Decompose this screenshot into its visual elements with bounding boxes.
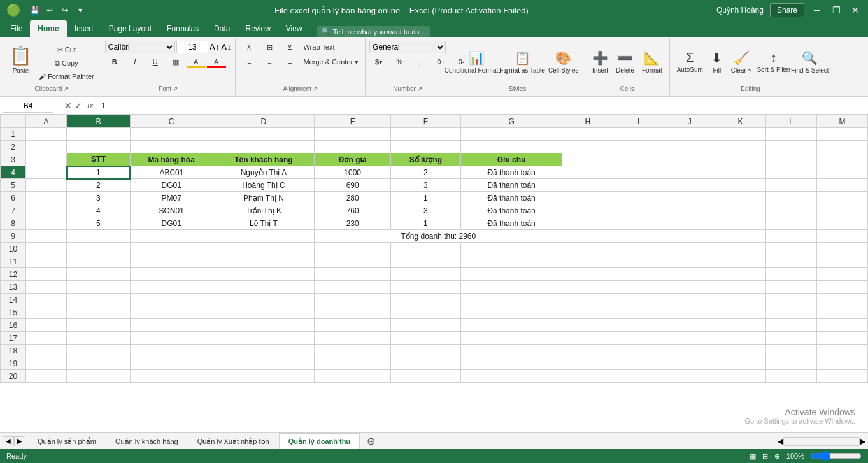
bold-button[interactable]: B <box>105 55 124 68</box>
table-cell[interactable] <box>391 268 461 281</box>
restore-button[interactable]: ❐ <box>830 4 843 17</box>
table-cell[interactable] <box>130 332 213 345</box>
table-cell[interactable]: 1 <box>391 217 461 230</box>
table-cell[interactable] <box>664 217 715 230</box>
table-cell[interactable] <box>130 370 213 383</box>
cell-styles-button[interactable]: 🎨 Cell Styles <box>546 43 581 81</box>
table-cell[interactable] <box>664 255 715 268</box>
border-button[interactable]: ▦ <box>166 55 185 68</box>
paste-button[interactable]: 📋 Paste <box>6 41 35 79</box>
wrap-text-button[interactable]: Wrap Text <box>301 41 337 53</box>
table-cell[interactable] <box>213 281 315 294</box>
table-cell[interactable] <box>460 357 562 370</box>
table-cell[interactable] <box>315 345 391 357</box>
insert-button[interactable]: ➕ Insert <box>589 43 611 81</box>
table-cell[interactable] <box>817 217 868 230</box>
table-cell[interactable]: Ghi chú <box>460 153 562 166</box>
cell-reference-box[interactable]: B4 <box>3 99 53 113</box>
minimize-button[interactable]: ─ <box>811 4 823 17</box>
table-cell[interactable] <box>315 128 391 141</box>
share-button[interactable]: Share <box>770 3 804 17</box>
table-cell[interactable] <box>715 217 766 230</box>
percent-button[interactable]: % <box>390 55 409 68</box>
tab-formulas[interactable]: Formulas <box>159 20 206 37</box>
table-cell[interactable] <box>315 268 391 281</box>
col-header-I[interactable]: I <box>613 115 664 128</box>
table-cell[interactable] <box>213 141 315 153</box>
table-cell[interactable] <box>613 179 664 192</box>
conditional-formatting-button[interactable]: 📊 Conditional Formatting <box>454 43 499 81</box>
table-cell[interactable] <box>766 217 817 230</box>
table-cell[interactable]: Phạm Thị N <box>213 192 315 204</box>
tab-home[interactable]: Home <box>30 20 66 37</box>
table-cell[interactable] <box>562 230 613 243</box>
col-header-F[interactable]: F <box>391 115 461 128</box>
table-cell[interactable] <box>613 230 664 243</box>
table-cell[interactable] <box>315 306 391 319</box>
table-cell[interactable] <box>613 294 664 306</box>
table-cell[interactable] <box>213 370 315 383</box>
table-cell[interactable] <box>67 141 131 153</box>
table-cell[interactable] <box>130 319 213 332</box>
table-cell[interactable]: Đã thanh toán <box>460 217 562 230</box>
copy-button[interactable]: ⧉ Copy <box>36 57 97 69</box>
table-cell[interactable] <box>391 281 461 294</box>
table-cell[interactable] <box>213 306 315 319</box>
tab-file[interactable]: File <box>3 20 30 37</box>
table-cell[interactable] <box>130 294 213 306</box>
table-cell[interactable] <box>562 179 613 192</box>
table-cell[interactable] <box>817 192 868 204</box>
table-cell[interactable] <box>715 319 766 332</box>
table-cell[interactable] <box>391 345 461 357</box>
table-cell[interactable]: 1 <box>67 166 131 179</box>
merge-center-button[interactable]: Merge & Center▾ <box>301 55 361 68</box>
table-cell[interactable]: 3 <box>391 204 461 217</box>
table-cell[interactable] <box>315 319 391 332</box>
tell-me-input[interactable]: 🔍 Tell me what you want to do... <box>317 26 430 37</box>
table-cell[interactable]: 2 <box>67 179 131 192</box>
table-cell[interactable] <box>664 153 715 166</box>
table-cell[interactable] <box>613 306 664 319</box>
table-cell[interactable] <box>766 179 817 192</box>
table-cell[interactable] <box>613 268 664 281</box>
table-cell[interactable] <box>715 281 766 294</box>
formula-input[interactable] <box>99 99 865 113</box>
table-cell[interactable] <box>715 255 766 268</box>
table-cell[interactable] <box>67 255 131 268</box>
underline-button[interactable]: U <box>146 55 165 68</box>
table-cell[interactable] <box>664 166 715 179</box>
redo-button[interactable]: ↪ <box>59 4 71 17</box>
table-cell[interactable] <box>766 306 817 319</box>
col-header-J[interactable]: J <box>664 115 715 128</box>
table-cell[interactable] <box>817 268 868 281</box>
table-cell[interactable] <box>67 306 131 319</box>
table-cell[interactable] <box>562 319 613 332</box>
row-num-20[interactable]: 20 <box>1 370 26 383</box>
table-cell[interactable] <box>562 153 613 166</box>
increase-font-btn[interactable]: A↑ <box>210 42 220 52</box>
table-cell[interactable] <box>562 332 613 345</box>
table-cell[interactable] <box>715 243 766 255</box>
table-cell[interactable] <box>766 192 817 204</box>
table-cell[interactable] <box>766 255 817 268</box>
table-cell[interactable] <box>460 306 562 319</box>
table-cell[interactable] <box>766 332 817 345</box>
row-num-1[interactable]: 1 <box>1 128 26 141</box>
fill-color-button[interactable]: A <box>187 55 206 68</box>
table-cell[interactable] <box>26 243 67 255</box>
table-cell[interactable] <box>26 217 67 230</box>
row-num-5[interactable]: 5 <box>1 179 26 192</box>
col-header-E[interactable]: E <box>315 115 391 128</box>
table-cell[interactable] <box>613 370 664 383</box>
row-num-15[interactable]: 15 <box>1 306 26 319</box>
col-header-M[interactable]: M <box>817 115 868 128</box>
table-cell[interactable] <box>613 281 664 294</box>
align-center-button[interactable]: ≡ <box>260 55 279 68</box>
table-cell[interactable] <box>26 332 67 345</box>
table-cell[interactable]: 3 <box>67 192 131 204</box>
table-cell[interactable]: Tổng doanh thu: 2960 <box>315 230 562 243</box>
row-num-19[interactable]: 19 <box>1 357 26 370</box>
table-cell[interactable] <box>613 192 664 204</box>
table-cell[interactable] <box>460 128 562 141</box>
table-cell[interactable] <box>562 294 613 306</box>
